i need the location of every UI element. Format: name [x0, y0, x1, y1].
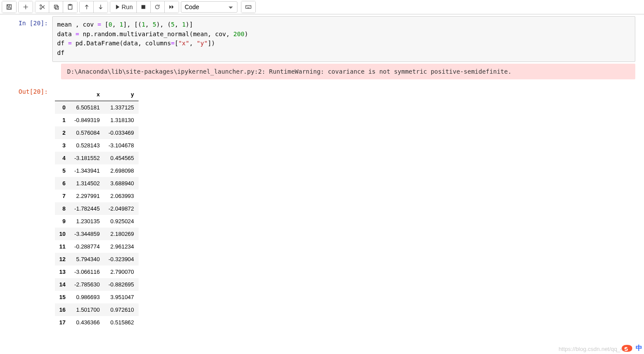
table-row: 4-3.1815520.454565	[55, 152, 139, 164]
cell-x: 2.297991	[70, 190, 104, 202]
move-up-button[interactable]	[80, 1, 94, 13]
keyboard-icon	[245, 4, 251, 10]
row-index: 15	[55, 291, 70, 303]
table-row: 150.9866933.951047	[55, 291, 139, 303]
cell-y: 2.063993	[104, 190, 139, 202]
empty-prompt	[0, 64, 52, 79]
cell-x: -1.343941	[70, 164, 104, 177]
row-index: 13	[55, 266, 70, 278]
cell-y: 2.698098	[104, 164, 139, 177]
interrupt-button[interactable]	[137, 1, 151, 13]
cell-y: -2.049872	[104, 202, 139, 215]
cell-x: 1.230135	[70, 215, 104, 228]
cell-x: -3.181552	[70, 152, 104, 164]
svg-point-3	[40, 8, 41, 10]
row-index: 6	[55, 177, 70, 190]
svg-rect-6	[55, 6, 58, 9]
cell-y: 1.318130	[104, 114, 139, 126]
output-prompt: Out[20]:	[0, 85, 52, 329]
col-x: x	[70, 88, 104, 101]
row-index: 14	[55, 278, 70, 291]
runtime-warning: D:\Anaconda\lib\site-packages\ipykernel_…	[61, 64, 635, 79]
restart-icon	[154, 4, 160, 10]
move-down-button[interactable]	[94, 1, 108, 13]
table-row: 1-0.8493191.318130	[55, 114, 139, 126]
copy-icon	[53, 4, 59, 10]
row-index: 8	[55, 202, 70, 215]
table-row: 8-1.782445-2.049872	[55, 202, 139, 215]
code-input[interactable]: mean , cov = [0, 1], [(1, 5), (5, 1)] da…	[52, 16, 635, 62]
code-cell[interactable]: In [20]: mean , cov = [0, 1], [(1, 5), (…	[0, 16, 635, 62]
row-index: 10	[55, 228, 70, 240]
cell-y: 0.515862	[104, 316, 139, 329]
run-button[interactable]: Run	[110, 1, 137, 13]
copy-button[interactable]	[49, 1, 63, 13]
cell-x: -0.288774	[70, 240, 104, 253]
stop-icon	[140, 4, 146, 10]
cell-x: -1.782445	[70, 202, 104, 215]
cell-y: -0.882695	[104, 278, 139, 291]
table-row: 11-0.2887742.961234	[55, 240, 139, 253]
restart-button[interactable]	[151, 1, 165, 13]
save-button[interactable]	[2, 1, 16, 13]
row-index: 4	[55, 152, 70, 164]
table-row: 5-1.3439412.698098	[55, 164, 139, 177]
paste-icon	[67, 4, 73, 10]
cell-y: 2.180269	[104, 228, 139, 240]
header-row: x y	[55, 88, 139, 101]
cell-y: -0.323904	[104, 253, 139, 266]
row-index: 1	[55, 114, 70, 126]
insert-cell-button[interactable]	[19, 1, 33, 13]
row-index: 2	[55, 126, 70, 139]
cut-button[interactable]	[35, 1, 49, 13]
cell-y: 1.337125	[104, 101, 139, 114]
run-label: Run	[122, 3, 133, 10]
notebook-area: In [20]: mean , cov = [0, 1], [(1, 5), (…	[0, 14, 644, 329]
cell-x: 1.314502	[70, 177, 104, 190]
run-icon	[114, 4, 120, 10]
svg-point-4	[40, 5, 41, 7]
cell-x: 6.505181	[70, 101, 104, 114]
table-row: 125.794340-0.323904	[55, 253, 139, 266]
cell-x: 1.501700	[70, 303, 104, 316]
cell-x: 5.794340	[70, 253, 104, 266]
row-index: 9	[55, 215, 70, 228]
row-index: 12	[55, 253, 70, 266]
output-area: x y 06.5051811.3371251-0.8493191.3181302…	[52, 85, 635, 329]
cell-y: 3.951047	[104, 291, 139, 303]
cell-y: -3.104678	[104, 139, 139, 152]
row-index: 3	[55, 139, 70, 152]
cell-y: 0.454565	[104, 152, 139, 164]
cell-y: 3.688940	[104, 177, 139, 190]
cell-x: -2.785630	[70, 278, 104, 291]
table-row: 30.528143-3.104678	[55, 139, 139, 152]
command-palette-button[interactable]	[241, 1, 255, 13]
row-index: 7	[55, 190, 70, 202]
save-icon	[6, 4, 12, 10]
cell-x: -0.849319	[70, 114, 104, 126]
cell-x: 0.528143	[70, 139, 104, 152]
cell-x: 0.576084	[70, 126, 104, 139]
svg-rect-1	[8, 5, 10, 7]
table-row: 06.5051811.337125	[55, 101, 139, 114]
table-row: 61.3145023.688940	[55, 177, 139, 190]
cell-x: -3.066116	[70, 266, 104, 278]
fast-forward-icon	[169, 4, 175, 10]
row-index: 16	[55, 303, 70, 316]
svg-rect-10	[246, 6, 251, 9]
restart-run-all-button[interactable]	[165, 1, 179, 13]
cell-x: -3.344859	[70, 228, 104, 240]
col-y: y	[104, 88, 139, 101]
paste-button[interactable]	[63, 1, 77, 13]
arrow-up-icon	[84, 4, 90, 10]
row-index: 5	[55, 164, 70, 177]
table-row: 91.2301350.925024	[55, 215, 139, 228]
svg-rect-9	[142, 5, 146, 9]
warning-cell: D:\Anaconda\lib\site-packages\ipykernel_…	[0, 64, 635, 79]
cell-y: 0.972610	[104, 303, 139, 316]
cell-type-select[interactable]: Code	[181, 1, 237, 13]
table-row: 13-3.0661162.790070	[55, 266, 139, 278]
dataframe-table: x y 06.5051811.3371251-0.8493191.3181302…	[55, 88, 139, 329]
cell-y: 2.961234	[104, 240, 139, 253]
scissors-icon	[39, 4, 45, 10]
